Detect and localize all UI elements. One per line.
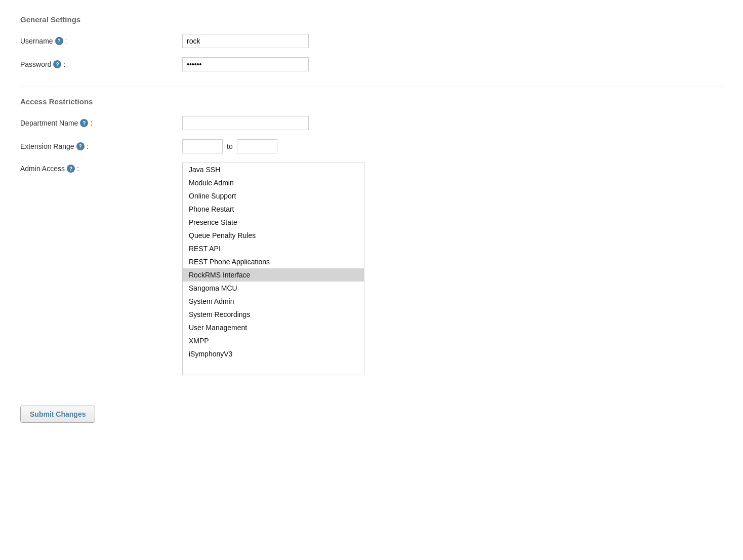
access-restrictions-title: Access Restrictions bbox=[20, 97, 723, 106]
department-name-row: Department Name ?: bbox=[20, 116, 723, 130]
password-input[interactable] bbox=[182, 57, 309, 71]
general-settings-section: General Settings Username ?: Password ?: bbox=[20, 15, 723, 71]
list-item[interactable]: REST Phone Applications bbox=[183, 255, 364, 268]
extension-from-input[interactable] bbox=[182, 139, 223, 153]
list-item[interactable]: iSymphonyV3 bbox=[183, 347, 364, 361]
list-item[interactable]: Java SSH bbox=[183, 163, 364, 176]
username-help-icon[interactable]: ? bbox=[55, 37, 63, 45]
password-label-text: Password bbox=[20, 60, 51, 68]
admin-access-row: Admin Access ?: Java SSHModule AdminOnli… bbox=[20, 163, 723, 375]
list-item[interactable]: Module Admin bbox=[183, 176, 364, 189]
password-label: Password ?: bbox=[20, 60, 182, 68]
list-item[interactable]: Online Support bbox=[183, 189, 364, 203]
range-to-label: to bbox=[227, 142, 233, 150]
department-name-input[interactable] bbox=[182, 116, 309, 130]
extension-range-label: Extension Range ?: bbox=[20, 142, 182, 150]
list-item[interactable]: XMPP bbox=[183, 334, 364, 347]
list-item[interactable]: Phone Restart bbox=[183, 203, 364, 216]
admin-access-label: Admin Access ?: bbox=[20, 163, 182, 173]
list-item[interactable]: Queue Penalty Rules bbox=[183, 229, 364, 242]
extension-range-group: to bbox=[182, 139, 277, 153]
admin-access-label-text: Admin Access bbox=[20, 165, 65, 173]
list-item[interactable]: Presence State bbox=[183, 216, 364, 229]
section-divider bbox=[20, 87, 723, 87]
extension-range-label-text: Extension Range bbox=[20, 142, 74, 150]
department-name-label-text: Department Name bbox=[20, 119, 78, 127]
list-item[interactable]: System Admin bbox=[183, 295, 364, 308]
list-item[interactable]: User Management bbox=[183, 321, 364, 334]
extension-range-help-icon[interactable]: ? bbox=[76, 142, 85, 150]
submit-changes-button[interactable]: Submit Changes bbox=[20, 406, 95, 423]
list-item[interactable]: REST API bbox=[183, 242, 364, 255]
username-label-text: Username bbox=[20, 37, 53, 45]
list-item[interactable]: RockRMS Interface bbox=[183, 268, 364, 282]
access-restrictions-section: Access Restrictions Department Name ?: E… bbox=[20, 97, 723, 375]
extension-range-row: Extension Range ?: to bbox=[20, 139, 723, 153]
password-help-icon[interactable]: ? bbox=[53, 60, 61, 68]
admin-access-help-icon[interactable]: ? bbox=[67, 165, 75, 173]
admin-access-listbox[interactable]: Java SSHModule AdminOnline SupportPhone … bbox=[182, 163, 364, 375]
list-item[interactable]: System Recordings bbox=[183, 308, 364, 321]
password-row: Password ?: bbox=[20, 57, 723, 71]
username-input[interactable] bbox=[182, 34, 309, 48]
username-row: Username ?: bbox=[20, 34, 723, 48]
department-name-label: Department Name ?: bbox=[20, 119, 182, 127]
username-label: Username ?: bbox=[20, 37, 182, 45]
department-name-help-icon[interactable]: ? bbox=[80, 119, 88, 127]
list-item[interactable]: Sangoma MCU bbox=[183, 282, 364, 295]
extension-to-input[interactable] bbox=[237, 139, 277, 153]
general-settings-title: General Settings bbox=[20, 15, 723, 24]
